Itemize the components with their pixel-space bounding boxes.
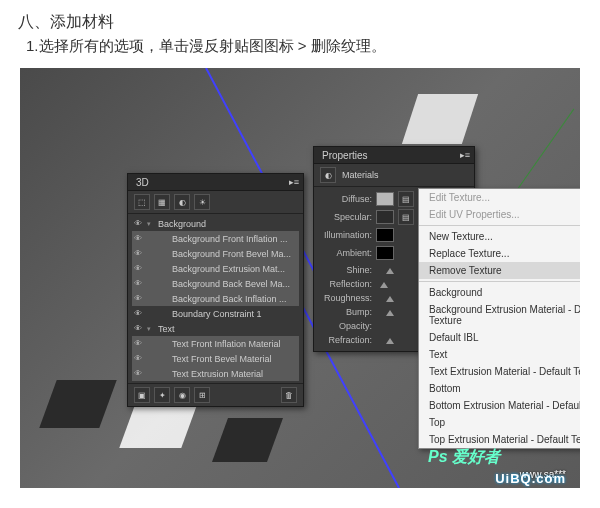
layer-label: Background Back Bevel Ma... [158,279,297,289]
panel-title: Properties [314,148,376,163]
filter-mesh-icon[interactable]: ▦ [154,194,170,210]
layer-label: Background Extrusion Mat... [158,264,297,274]
section-heading: 八、添加材料 [0,0,600,37]
panel-3d[interactable]: 3D ▸≡ ⬚ ▦ ◐ ☀ 👁▾Background👁Background Fr… [127,173,304,407]
illumination-label: Illumination: [320,230,372,240]
twist-icon[interactable]: ▾ [147,325,155,333]
trash-icon[interactable]: 🗑 [281,387,297,403]
layer-row[interactable]: 👁Background Back Inflation ... [132,291,299,306]
visibility-eye-icon[interactable]: 👁 [134,264,144,273]
menu-item[interactable]: Bottom [419,380,580,397]
panel-footer: ▣ ✦ ◉ ⊞ 🗑 [128,383,303,406]
layer-row[interactable]: 👁Background Front Bevel Ma... [132,246,299,261]
specular-label: Specular: [320,212,372,222]
ambient-swatch[interactable] [376,246,394,260]
menu-item[interactable]: Top Extrusion Material - Default Texture [419,431,580,448]
filter-whole-icon[interactable]: ⬚ [134,194,150,210]
materials-tab-icon[interactable]: ◐ [320,167,336,183]
layer-row[interactable]: 👁Background Back Bevel Ma... [132,276,299,291]
diffuse-label: Diffuse: [320,194,372,204]
layer-label: Text Front Bevel Material [158,354,297,364]
visibility-eye-icon[interactable]: 👁 [134,354,144,363]
camera-icon[interactable]: ◉ [174,387,190,403]
visibility-eye-icon[interactable]: 👁 [134,294,144,303]
visibility-eye-icon[interactable]: 👁 [134,219,144,228]
layer-row[interactable]: 👁Text Extrusion Material [132,366,299,381]
menu-separator [419,225,580,226]
illumination-swatch[interactable] [376,228,394,242]
menu-item: Edit UV Properties... [419,206,580,223]
menu-item[interactable]: Background [419,284,580,301]
text3d-shadow [212,418,283,462]
shine-label: Shine: [320,265,372,275]
viewport-screenshot: 3D ▸≡ ⬚ ▦ ◐ ☀ 👁▾Background👁Background Fr… [20,68,580,488]
menu-item[interactable]: Default IBL [419,329,580,346]
layer-row[interactable]: 👁▾Text [132,321,299,336]
layer-label: Background Front Inflation ... [158,234,297,244]
menu-item[interactable]: Text [419,346,580,363]
refraction-label: Refraction: [320,335,372,345]
visibility-eye-icon[interactable]: 👁 [134,249,144,258]
visibility-eye-icon[interactable]: 👁 [134,234,144,243]
text3d-shadow [402,94,478,144]
layer-row[interactable]: 👁Background Extrusion Mat... [132,261,299,276]
layer-label: Text Front Inflation Material [158,339,297,349]
layer-tree: 👁▾Background👁Background Front Inflation … [128,214,303,383]
menu-item[interactable]: New Texture... [419,228,580,245]
panel-header[interactable]: Properties ▸≡ [314,147,474,164]
watermark-logo: Ps 爱好者 [428,447,500,468]
new-icon[interactable]: ⊞ [194,387,210,403]
visibility-eye-icon[interactable]: 👁 [134,324,144,333]
layer-label: Background Front Bevel Ma... [158,249,297,259]
filter-material-icon[interactable]: ◐ [174,194,190,210]
uibq-watermark: UiBQ.com [495,471,566,486]
panel-header[interactable]: 3D ▸≡ [128,174,303,191]
menu-item[interactable]: Background Extrusion Material - Default … [419,301,580,329]
render-icon[interactable]: ▣ [134,387,150,403]
text3d-shadow [39,380,116,428]
layer-row[interactable]: 👁Boundary Constraint 1 [132,306,299,321]
menu-item[interactable]: Remove Texture↖ [419,262,580,279]
bump-label: Bump: [320,307,372,317]
layer-label: Background [158,219,297,229]
filter-light-icon[interactable]: ☀ [194,194,210,210]
menu-item[interactable]: Replace Texture... [419,245,580,262]
instruction-text: 1.选择所有的选项，单击漫反射贴图图标 > 删除纹理。 [0,37,600,68]
diffuse-texture-icon[interactable]: ▤ [398,191,414,207]
texture-context-menu[interactable]: Edit Texture...Edit UV Properties...New … [418,188,580,449]
properties-tabbar: ◐ Materials [314,164,474,187]
layer-label: Background Back Inflation ... [158,294,297,304]
layer-row[interactable]: 👁Text Front Bevel Material [132,351,299,366]
panel-toolbar: ⬚ ▦ ◐ ☀ [128,191,303,214]
menu-item: Edit Texture... [419,189,580,206]
visibility-eye-icon[interactable]: 👁 [134,369,144,378]
layer-row[interactable]: 👁Text Front Inflation Material [132,336,299,351]
layer-row[interactable]: 👁Background Front Inflation ... [132,231,299,246]
visibility-eye-icon[interactable]: 👁 [134,309,144,318]
layer-label: Text [158,324,297,334]
menu-item[interactable]: Bottom Extrusion Material - Default Text… [419,397,580,414]
diffuse-swatch[interactable] [376,192,394,206]
roughness-label: Roughness: [320,293,372,303]
menu-item[interactable]: Top [419,414,580,431]
ambient-label: Ambient: [320,248,372,258]
layer-label: Boundary Constraint 1 [158,309,297,319]
visibility-eye-icon[interactable]: 👁 [134,279,144,288]
panel-menu-icon[interactable]: ▸≡ [456,150,474,160]
specular-texture-icon[interactable]: ▤ [398,209,414,225]
panel-title: 3D [128,175,157,190]
menu-item[interactable]: Text Extrusion Material - Default Textur… [419,363,580,380]
reflection-label: Reflection: [320,279,372,289]
layer-row[interactable]: 👁▾Background [132,216,299,231]
materials-tab-label: Materials [342,170,379,180]
layer-label: Text Extrusion Material [158,369,297,379]
opacity-label: Opacity: [320,321,372,331]
twist-icon[interactable]: ▾ [147,220,155,228]
visibility-eye-icon[interactable]: 👁 [134,339,144,348]
specular-swatch[interactable] [376,210,394,224]
panel-menu-icon[interactable]: ▸≡ [285,177,303,187]
light-icon[interactable]: ✦ [154,387,170,403]
menu-separator [419,281,580,282]
text3d-shadow [119,400,198,448]
